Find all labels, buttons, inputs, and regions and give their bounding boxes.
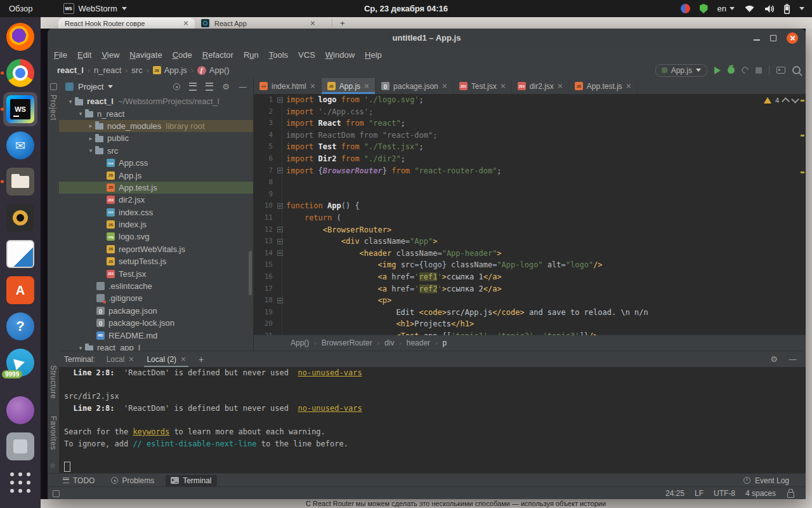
grey-app-icon[interactable] — [6, 432, 34, 460]
breadcrumb-item[interactable]: src — [131, 65, 142, 75]
window-title-bar[interactable]: untitled1 – App.js — [48, 29, 806, 48]
fold-marker[interactable] — [275, 200, 286, 212]
editor-tab-dir2.jsx[interactable]: JSXdir2.jsx — [512, 78, 569, 94]
expand-all-icon[interactable] — [189, 83, 197, 91]
shield-icon[interactable] — [700, 4, 708, 13]
menu-run[interactable]: Run — [239, 50, 264, 60]
status-line-separator[interactable]: LF — [695, 489, 704, 498]
tree-scrollbar[interactable] — [249, 251, 252, 295]
thunderbird-icon[interactable] — [6, 131, 34, 159]
clock[interactable]: Ср, 23 декабря 04:16 — [364, 4, 448, 13]
app-menu[interactable]: WS WebStorm — [63, 3, 127, 14]
new-tab-button[interactable]: + — [332, 19, 345, 27]
stripe-button-structure[interactable]: Structure — [49, 365, 58, 399]
terminal-link[interactable]: no-unused-vars — [298, 368, 362, 377]
editor-tab-package.json[interactable]: {}package.json — [376, 78, 454, 94]
tool-window-button-terminal[interactable]: Terminal — [166, 475, 216, 486]
breadcrumb-item[interactable]: fApp() — [197, 65, 230, 75]
fold-marker[interactable] — [275, 248, 286, 260]
breadcrumb-item[interactable]: JSApp.js — [153, 65, 187, 75]
volume-icon[interactable] — [764, 4, 775, 13]
close-tab-icon[interactable] — [183, 21, 188, 26]
tree-item-react_l[interactable]: ▾react_l~/WebstormProjects/react_l — [59, 95, 253, 107]
tree-item-index.css[interactable]: cssindex.css — [59, 206, 253, 218]
hide-panel-icon[interactable]: — — [239, 82, 247, 91]
status-encoding[interactable]: UTF-8 — [714, 489, 735, 498]
tree-item-n_react[interactable]: ▾n_react — [59, 107, 253, 119]
status-caret-position[interactable]: 24:25 — [665, 489, 684, 498]
new-terminal-button[interactable]: + — [199, 354, 204, 364]
fold-marker[interactable] — [275, 236, 286, 248]
activities-button[interactable]: Обзор — [9, 4, 33, 13]
tree-item-App.css[interactable]: cssApp.css — [59, 157, 253, 169]
battery-icon[interactable] — [784, 4, 790, 14]
editor-tab-App.test.js[interactable]: JSApp.test.js — [569, 78, 638, 94]
fold-marker[interactable] — [275, 295, 286, 307]
chevron-down-icon[interactable]: ▾ — [76, 110, 85, 117]
event-log-button[interactable]: Event Log — [743, 476, 789, 485]
editor-breadcrumb-item[interactable]: BrowserRouter — [322, 338, 372, 347]
app-indicator-icon[interactable] — [681, 4, 690, 13]
webstorm-icon[interactable]: WS — [6, 95, 34, 123]
purple-app-icon[interactable] — [6, 396, 34, 424]
select-opened-file-icon[interactable] — [173, 83, 180, 90]
show-applications-icon[interactable] — [6, 469, 34, 497]
menu-edit[interactable]: Edit — [72, 50, 96, 60]
close-tab-icon[interactable] — [501, 84, 506, 89]
tree-item-logo.svg[interactable]: svglogo.svg — [59, 231, 253, 243]
close-tab-icon[interactable] — [310, 21, 315, 26]
rhythmbox-icon[interactable] — [6, 204, 34, 232]
tree-item-.gitignore[interactable]: .gitignore — [59, 292, 253, 304]
tree-item-dir2.jsx[interactable]: JSXdir2.jsx — [59, 194, 253, 206]
editor-tab-index.html[interactable]: <>index.html — [254, 78, 322, 94]
menu-window[interactable]: Window — [320, 50, 360, 60]
close-tab-icon[interactable] — [310, 84, 315, 89]
close-button[interactable] — [787, 32, 798, 44]
close-tab-icon[interactable] — [181, 357, 186, 362]
coverage-icon[interactable] — [740, 65, 750, 76]
browser-tab[interactable]: React Hook Router совре — [58, 18, 195, 29]
editor-breadcrumb-item[interactable]: App() — [291, 338, 309, 347]
ubuntu-software-icon[interactable]: A — [6, 276, 34, 304]
run-configuration-select[interactable]: App.js — [655, 64, 707, 77]
error-stripe-mark[interactable] — [801, 171, 804, 173]
telegram-icon[interactable]: 9999 — [6, 349, 34, 377]
stripe-button-favorites[interactable]: Favorites — [49, 416, 58, 450]
menu-file[interactable]: File — [49, 50, 72, 60]
menu-view[interactable]: View — [96, 50, 124, 60]
editor-breadcrumb-item[interactable]: p — [442, 338, 447, 347]
tool-window-button-problems[interactable]: Problems — [106, 475, 159, 486]
chrome-icon[interactable] — [6, 59, 34, 87]
system-menu-caret-icon[interactable] — [799, 7, 804, 10]
tree-item-App.js[interactable]: JSApp.js — [59, 169, 253, 181]
tool-window-button-todo[interactable]: TODO — [58, 475, 100, 486]
menu-tools[interactable]: Tools — [264, 50, 293, 60]
chevron-down-icon[interactable]: ▾ — [86, 147, 95, 154]
run-icon[interactable] — [714, 67, 721, 74]
breadcrumb-item[interactable]: react_l — [57, 65, 84, 75]
terminal-link[interactable]: keywords — [133, 427, 169, 436]
help-icon[interactable]: ? — [6, 312, 34, 340]
wifi-icon[interactable] — [744, 4, 755, 13]
close-tab-icon[interactable] — [129, 357, 134, 362]
editor-breadcrumb-item[interactable]: header — [407, 338, 430, 347]
close-tab-icon[interactable] — [558, 84, 563, 89]
background-tasks-icon[interactable] — [53, 490, 60, 497]
tree-item-.eslintcache[interactable]: .eslintcache — [59, 280, 253, 292]
stripe-button-project[interactable]: Project — [49, 95, 58, 121]
debug-icon[interactable] — [728, 67, 735, 74]
breadcrumb-item[interactable]: n_react — [94, 65, 121, 75]
close-tab-icon[interactable] — [442, 84, 447, 89]
fold-marker[interactable] — [275, 94, 286, 106]
close-tab-icon[interactable] — [364, 84, 369, 89]
inspection-widget[interactable]: 4 — [764, 97, 798, 104]
tree-item-reportWebVitals.js[interactable]: JSreportWebVitals.js — [59, 243, 253, 255]
hide-panel-icon[interactable]: — — [789, 354, 797, 364]
tree-item-package-lock.json[interactable]: {}package-lock.json — [59, 317, 253, 329]
terminal-link[interactable]: no-unused-vars — [298, 404, 362, 413]
editor-tab-Test.jsx[interactable]: JSXTest.jsx — [454, 78, 512, 94]
tree-item-src[interactable]: ▾src — [59, 145, 253, 157]
chevron-down-icon[interactable]: ▾ — [76, 345, 85, 351]
tree-item-Test.jsx[interactable]: JSXTest.jsx — [59, 267, 253, 279]
chevron-right-icon[interactable]: ▸ — [86, 123, 95, 129]
